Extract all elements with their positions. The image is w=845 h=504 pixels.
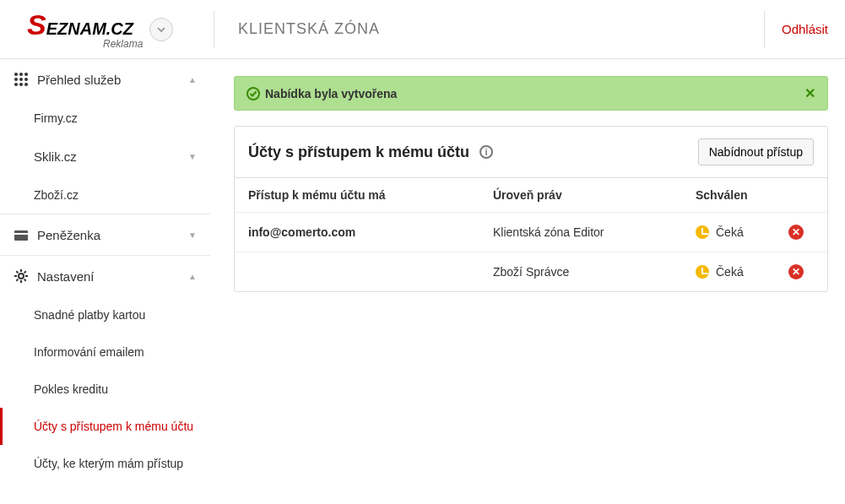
svg-point-0 <box>14 73 18 76</box>
sidebar-label: Peněženka <box>37 228 188 242</box>
col-account: Přístup k mému účtu má <box>248 188 493 202</box>
chevron-down-icon <box>157 27 165 32</box>
sidebar-item-wallet[interactable]: Peněženka ▼ <box>0 214 210 255</box>
alert-text: Nabídka byla vytvořena <box>265 87 804 100</box>
sidebar-item-email-info[interactable]: Informování emailem <box>0 333 210 371</box>
sidebar-item-zbozi[interactable]: Zboží.cz <box>0 176 210 214</box>
svg-point-5 <box>24 78 28 81</box>
access-panel: Účty s přístupem k mému účtu i Nabídnout… <box>234 126 828 292</box>
cell-level: Klientská zóna Editor <box>493 225 696 239</box>
cell-status: Čeká <box>696 225 788 239</box>
main-content: Nabídka byla vytvořena ✕ Účty s přístupe… <box>210 59 845 482</box>
delete-button[interactable]: ✕ <box>788 225 804 240</box>
status-text: Čeká <box>716 265 744 279</box>
cell-level: Zboží Správce <box>493 265 696 279</box>
logo-mark: S <box>27 8 46 41</box>
svg-rect-9 <box>14 230 28 241</box>
sidebar-item-sklik[interactable]: Sklik.cz ▼ <box>0 137 210 176</box>
gear-icon <box>14 268 29 284</box>
sidebar: Přehled služeb ▲ Firmy.cz Sklik.cz ▼ Zbo… <box>0 59 210 482</box>
svg-point-8 <box>24 83 28 86</box>
svg-point-7 <box>19 83 23 86</box>
svg-point-1 <box>19 73 23 76</box>
col-approved: Schválen <box>696 188 788 202</box>
caret-down-icon: ▼ <box>188 230 197 240</box>
info-icon[interactable]: i <box>479 145 493 159</box>
grid-icon <box>14 72 29 87</box>
svg-point-2 <box>24 73 28 76</box>
status-text: Čeká <box>716 225 744 239</box>
check-circle-icon <box>246 87 260 100</box>
clock-icon <box>696 265 709 279</box>
sidebar-label: Nastavení <box>37 269 188 284</box>
sidebar-item-my-access[interactable]: Účty, ke kterým mám přístup <box>0 445 210 482</box>
panel-header: Účty s přístupem k mému účtu i Nabídnout… <box>235 127 827 177</box>
logout-area: Odhlásit <box>764 11 845 48</box>
app-header: SEZNAM.CZ Reklama KLIENTSKÁ ZÓNA Odhlási… <box>0 0 845 59</box>
svg-point-11 <box>19 274 24 279</box>
caret-down-icon: ▼ <box>188 152 197 161</box>
sidebar-label: Přehled služeb <box>37 73 188 87</box>
caret-up-icon: ▲ <box>188 272 197 281</box>
cell-email: info@comerto.com <box>248 225 493 239</box>
panel-title-text: Účty s přístupem k mému účtu <box>248 144 469 161</box>
wallet-icon <box>14 227 29 242</box>
svg-rect-10 <box>14 233 28 235</box>
sidebar-item-overview[interactable]: Přehled služeb ▲ <box>0 59 210 100</box>
alert-close-button[interactable]: ✕ <box>804 85 815 101</box>
svg-point-4 <box>19 78 23 81</box>
svg-point-3 <box>14 78 18 81</box>
svg-point-6 <box>14 83 18 86</box>
page-title: KLIENTSKÁ ZÓNA <box>214 11 764 48</box>
offer-access-button[interactable]: Nabídnout přístup <box>698 138 814 165</box>
table-header: Přístup k mému účtu má Úroveň práv Schvá… <box>235 177 827 212</box>
delete-button[interactable]: ✕ <box>788 264 804 279</box>
panel-title: Účty s přístupem k mému účtu i <box>248 144 493 161</box>
sidebar-label: Sklik.cz <box>34 149 188 164</box>
logout-link[interactable]: Odhlásit <box>782 22 828 36</box>
cell-status: Čeká <box>696 265 788 279</box>
table-row: Zboží Správce Čeká ✕ <box>235 252 827 291</box>
logo-text: EZNAM.CZ <box>46 19 133 38</box>
sidebar-item-card-payments[interactable]: Snadné platby kartou <box>0 296 210 333</box>
sidebar-item-credit-drop[interactable]: Pokles kreditu <box>0 371 210 408</box>
caret-up-icon: ▲ <box>188 75 197 84</box>
logo[interactable]: SEZNAM.CZ Reklama <box>27 8 143 50</box>
logo-area: SEZNAM.CZ Reklama <box>0 8 214 50</box>
sidebar-item-firmy[interactable]: Firmy.cz <box>0 100 210 137</box>
sidebar-item-access-to-me[interactable]: Účty s přístupem k mému účtu <box>0 408 210 445</box>
sidebar-item-settings[interactable]: Nastavení ▲ <box>0 256 210 296</box>
success-alert: Nabídka byla vytvořena ✕ <box>234 76 828 111</box>
col-level: Úroveň práv <box>493 188 696 202</box>
logo-subtitle: Reklama <box>103 38 143 50</box>
table-row: info@comerto.com Klientská zóna Editor Č… <box>235 212 827 252</box>
clock-icon <box>696 225 709 239</box>
logo-dropdown-button[interactable] <box>149 18 173 41</box>
